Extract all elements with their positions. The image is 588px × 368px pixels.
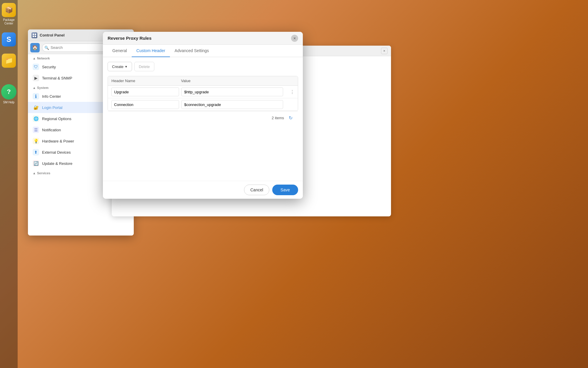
row2-value-cell	[181, 100, 285, 109]
tab-general[interactable]: General	[108, 45, 132, 57]
row1-value-cell	[181, 87, 285, 96]
table-header-row: Header Name Value	[108, 76, 298, 86]
dialog-close-button[interactable]: ×	[291, 35, 298, 42]
dialog-title: Reverse Proxy Rules	[108, 36, 151, 41]
items-count: 2 items	[272, 116, 284, 120]
col-value: Value	[181, 79, 285, 83]
dialog-tabs: General Custom Header Advanced Settings	[103, 45, 303, 57]
cancel-button[interactable]: Cancel	[244, 185, 269, 195]
headers-table: Header Name Value ⋮	[108, 76, 298, 111]
dialog-body: Create ▼ Delete Header Name Value	[103, 57, 303, 181]
create-dropdown-icon: ▼	[125, 65, 128, 68]
row2-value-input[interactable]	[181, 100, 283, 109]
table-footer-bar: 2 items ↻	[108, 111, 298, 124]
row1-name-cell	[111, 87, 181, 96]
col-header-name: Header Name	[111, 79, 181, 83]
table-row: ⋮	[108, 86, 298, 98]
row1-header-name-input[interactable]	[111, 87, 179, 96]
refresh-button[interactable]: ↻	[286, 114, 295, 122]
delete-label: Delete	[139, 64, 150, 69]
table-row	[108, 98, 298, 111]
refresh-icon: ↻	[289, 115, 293, 121]
row1-actions: ⋮	[285, 89, 294, 95]
dialog-overlay: Reverse Proxy Rules × General Custom Hea…	[0, 0, 588, 368]
row2-header-name-input[interactable]	[111, 100, 179, 109]
tab-advanced-settings[interactable]: Advanced Settings	[170, 45, 214, 57]
dialog-titlebar: Reverse Proxy Rules ×	[103, 32, 303, 45]
save-button[interactable]: Save	[272, 185, 298, 195]
row1-more-options-icon[interactable]: ⋮	[290, 89, 294, 95]
row1-value-input[interactable]	[181, 87, 283, 96]
row2-name-cell	[111, 100, 181, 109]
dialog-actions: Cancel Save	[103, 181, 303, 199]
reverse-proxy-dialog: Reverse Proxy Rules × General Custom Hea…	[103, 32, 303, 199]
tab-custom-header[interactable]: Custom Header	[132, 45, 170, 57]
delete-button[interactable]: Delete	[134, 62, 154, 71]
dialog-toolbar: Create ▼ Delete	[108, 62, 298, 71]
create-button[interactable]: Create ▼	[108, 62, 132, 71]
create-label: Create	[112, 64, 123, 69]
